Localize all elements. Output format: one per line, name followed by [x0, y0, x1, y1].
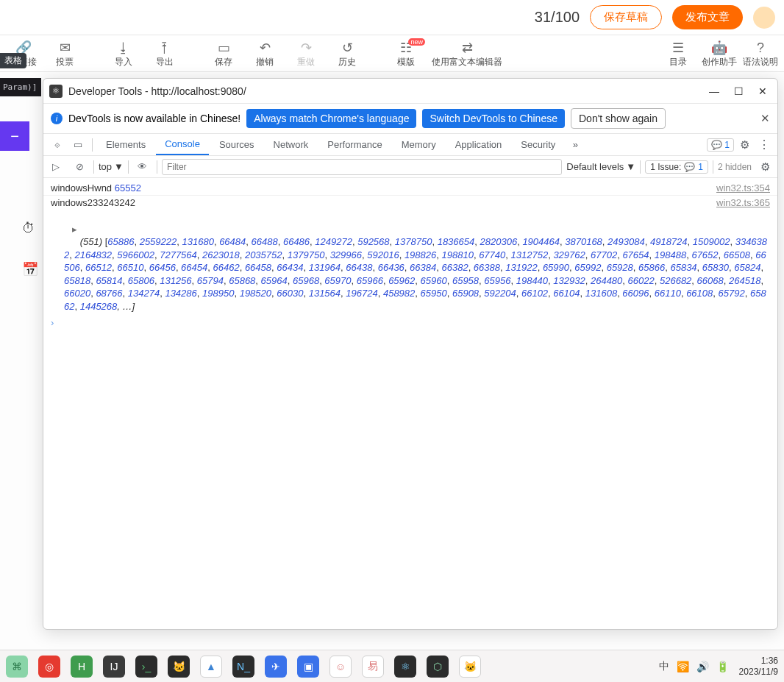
tab-network[interactable]: Network — [265, 134, 318, 155]
task-app[interactable]: 🐱 — [168, 656, 190, 678]
task-app[interactable]: ☺ — [329, 656, 352, 678]
live-expression-icon[interactable]: 👁 — [133, 157, 152, 177]
console-filter-input[interactable] — [162, 159, 562, 175]
help-icon: ? — [757, 40, 764, 56]
editor-toolbar: 🔗超链接 ✉投票 ⭳导入 ⭱导出 ▭保存 ↶撤销 ↷重做 ↺历史 new☷模版 … — [0, 35, 784, 72]
close-button[interactable]: ✕ — [758, 85, 767, 97]
tab-sources[interactable]: Sources — [210, 134, 263, 155]
taskbar[interactable]: ⌘ ◎ H IJ ›_ 🐱 ▲ N_ ✈ ▣ ☺ 易 ⚛ ⬡ 🐱 中 🛜 🔊 🔋… — [0, 650, 784, 682]
task-app[interactable]: IJ — [103, 656, 125, 678]
tab-console[interactable]: Console — [156, 134, 209, 155]
console-prompt[interactable]: › — [43, 314, 777, 331]
window-titlebar[interactable]: ⚛ Developer Tools - http://localhost:908… — [43, 79, 777, 104]
save-draft-button[interactable]: 保存草稿 — [590, 5, 662, 29]
messages-badge[interactable]: 💬 1 — [707, 138, 734, 152]
calendar-icon[interactable]: 📅 — [22, 261, 38, 277]
console-settings-gear-icon[interactable]: ⚙ — [756, 160, 774, 174]
tool-history[interactable]: ↺历史 — [327, 40, 368, 68]
console-array-expansion[interactable]: ▸ (551) [65886, 2559222, 131680, 66484, … — [43, 210, 777, 314]
task-app[interactable]: ⌘ — [6, 656, 28, 678]
clock-icon[interactable]: ⏱ — [22, 221, 38, 236]
publish-button[interactable]: 发布文章 — [672, 5, 743, 29]
inspect-element-icon[interactable]: ⟐ — [48, 135, 67, 154]
task-app[interactable]: ⬡ — [427, 656, 449, 678]
console-output[interactable]: windowsHwnd 65552 win32.ts:354 windows23… — [43, 178, 777, 629]
tab-memory[interactable]: Memory — [393, 134, 445, 155]
tab-elements[interactable]: Elements — [97, 134, 154, 155]
tool-label: 保存 — [215, 56, 232, 68]
volume-icon[interactable]: 🔊 — [696, 661, 709, 672]
window-title-text: Developer Tools - http://localhost:9080/ — [68, 85, 246, 97]
close-infobar-icon[interactable]: ✕ — [760, 112, 770, 125]
tool-export[interactable]: ⭱导出 — [144, 40, 185, 68]
lang-message: DevTools is now available in Chinese! — [68, 113, 240, 124]
clock[interactable]: 1:36 2023/11/9 — [739, 656, 778, 677]
ime-indicator[interactable]: 中 — [659, 660, 669, 673]
tool-rich-editor[interactable]: ⇄使用富文本编辑器 — [427, 40, 507, 68]
undo-icon: ↶ — [260, 40, 271, 56]
tool-label: 导入 — [115, 56, 132, 68]
expand-caret-icon[interactable]: ▸ — [85, 223, 93, 236]
tab-security[interactable]: Security — [512, 134, 564, 155]
tool-label: 模版 — [397, 56, 415, 68]
tab-application[interactable]: Application — [446, 134, 511, 155]
task-app[interactable]: ◎ — [38, 656, 60, 678]
tool-import[interactable]: ⭳导入 — [103, 40, 144, 68]
more-menu-icon[interactable]: ⋮ — [755, 138, 773, 152]
issues-button[interactable]: 1 Issue: 💬 1 — [645, 160, 708, 174]
settings-gear-icon[interactable]: ⚙ — [735, 138, 754, 152]
task-app[interactable]: ▣ — [297, 656, 319, 678]
tab-performance[interactable]: Performance — [318, 134, 391, 155]
clear-console-icon[interactable]: ⊘ — [70, 157, 89, 177]
tool-redo[interactable]: ↷重做 — [285, 40, 327, 68]
avatar[interactable] — [753, 7, 775, 29]
source-link[interactable]: win32.ts:365 — [709, 197, 770, 208]
switch-to-chinese-button[interactable]: Switch DevTools to Chinese — [422, 109, 565, 128]
minimize-button[interactable]: — — [709, 85, 719, 97]
devtools-window: ⚛ Developer Tools - http://localhost:908… — [43, 78, 778, 630]
clock-date: 2023/11/9 — [739, 667, 778, 677]
task-app[interactable]: ▲ — [200, 656, 222, 678]
task-app[interactable]: ›_ — [135, 656, 157, 678]
tool-undo[interactable]: ↶撤销 — [244, 40, 285, 68]
execution-context-selector[interactable]: top ▼ — [99, 161, 124, 172]
tool-label: 导出 — [156, 56, 174, 68]
tool-label: 撤销 — [256, 56, 274, 68]
source-link[interactable]: win32.ts:354 — [709, 182, 770, 193]
task-app[interactable]: H — [71, 656, 93, 678]
tool-save[interactable]: ▭保存 — [203, 40, 244, 68]
system-tray[interactable]: 中 🛜 🔊 🔋 — [659, 660, 729, 673]
tool-template[interactable]: new☷模版 — [385, 40, 427, 68]
tool-label: 投票 — [56, 56, 74, 68]
always-match-language-button[interactable]: Always match Chrome's language — [246, 109, 416, 128]
log-levels-selector[interactable]: Default levels ▼ — [566, 161, 635, 172]
tool-toc[interactable]: ☰目录 — [658, 40, 699, 68]
device-toggle-icon[interactable]: ▭ — [68, 135, 88, 154]
more-tabs-icon[interactable]: » — [566, 135, 585, 154]
collapse-minus-button[interactable]: − — [0, 121, 29, 151]
task-app[interactable]: 🐱 — [459, 656, 481, 678]
wifi-icon[interactable]: 🛜 — [677, 661, 689, 672]
robot-icon: 🤖 — [711, 40, 727, 56]
tool-label: 使用富文本编辑器 — [432, 56, 502, 68]
new-badge: new — [408, 38, 425, 46]
dont-show-again-button[interactable]: Don't show again — [571, 108, 666, 129]
task-app[interactable]: N_ — [232, 656, 254, 678]
task-app[interactable]: ✈ — [265, 656, 287, 678]
console-log-line[interactable]: windowsHwnd 65552 win32.ts:354 — [43, 181, 777, 196]
console-log-line[interactable]: windows233243242 win32.ts:365 — [43, 196, 777, 210]
task-app[interactable]: 易 — [362, 656, 384, 678]
task-app[interactable]: ⚛ — [394, 656, 416, 678]
tool-syntax[interactable]: ?语法说明 — [740, 40, 781, 68]
table-tag[interactable]: 表格 — [0, 53, 26, 68]
tool-vote[interactable]: ✉投票 — [44, 40, 85, 68]
context-label: top — [99, 161, 112, 172]
editor-topbar: 31/100 保存草稿 发布文章 — [0, 0, 784, 35]
maximize-button[interactable]: ☐ — [734, 85, 744, 97]
hidden-count[interactable]: 2 hidden — [718, 162, 752, 172]
battery-icon[interactable]: 🔋 — [716, 661, 729, 672]
tool-assistant[interactable]: 🤖创作助手 — [699, 40, 740, 68]
tool-label: 目录 — [669, 56, 687, 68]
console-sidebar-toggle-icon[interactable]: ▷ — [46, 157, 65, 177]
console-toolbar: ▷ ⊘ top ▼ 👁 Default levels ▼ 1 Issue: 💬 … — [43, 156, 777, 178]
